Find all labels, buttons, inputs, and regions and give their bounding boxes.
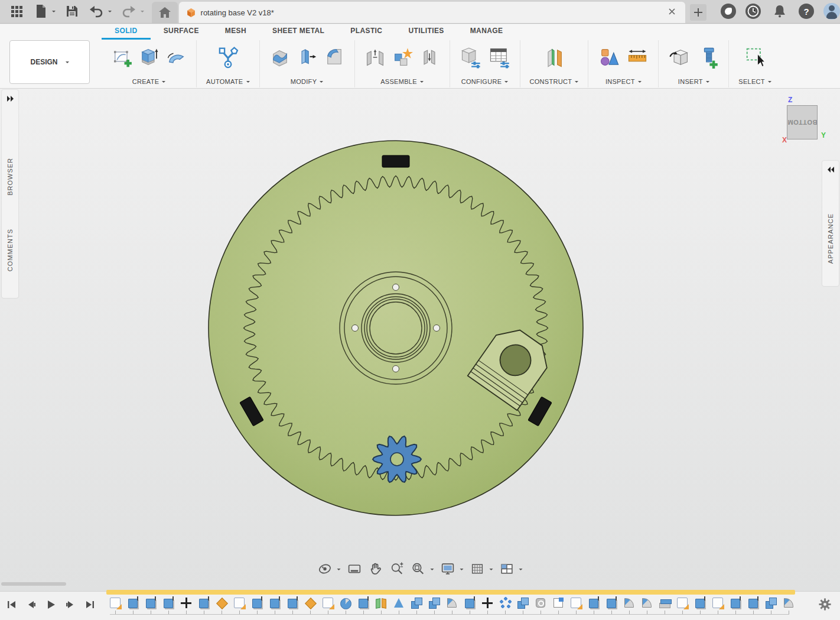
app-grid-button[interactable]	[6, 2, 27, 21]
construct-plane-icon[interactable]	[543, 46, 565, 69]
timeline-options-button[interactable]	[818, 598, 832, 613]
timeline-feature-sketch[interactable]	[569, 596, 583, 614]
timeline-feature-extrude[interactable]	[197, 596, 211, 614]
assemble-new-component-icon[interactable]	[392, 47, 413, 68]
panel-tab-comments[interactable]: COMMENTS	[6, 229, 14, 271]
timeline-feature-sketch[interactable]	[321, 596, 335, 614]
create-extrude-icon[interactable]	[138, 47, 159, 68]
timeline-feature-extrude[interactable]	[356, 596, 370, 614]
close-tab-button[interactable]	[666, 5, 678, 20]
inspect-measure-icon[interactable]	[598, 46, 620, 69]
undo-button[interactable]	[86, 2, 115, 21]
timeline-feature-combine[interactable]	[409, 596, 424, 614]
expand-appearance-button[interactable]	[827, 161, 835, 174]
timeline-feature-sketch[interactable]	[711, 596, 725, 614]
help-button[interactable]	[799, 4, 814, 19]
select-icon[interactable]	[743, 46, 767, 69]
timeline-feature-extrude[interactable]	[126, 596, 140, 614]
insert-dropdown[interactable]: INSERT	[678, 78, 709, 85]
tab-solid[interactable]: SOLID	[102, 24, 151, 40]
profile-avatar[interactable]	[823, 3, 840, 20]
create-sketch-icon[interactable]	[111, 47, 132, 68]
timeline-feature-sketch[interactable]	[232, 596, 246, 614]
insert-fastener-icon[interactable]	[696, 46, 719, 69]
modify-dropdown[interactable]: MODIFY	[291, 78, 324, 85]
timeline-feature-extrude[interactable]	[693, 596, 707, 614]
recent-button[interactable]	[745, 4, 761, 19]
timeline-feature-chamfer[interactable]	[303, 596, 317, 614]
timeline-feature-extrude[interactable]	[250, 596, 264, 614]
new-tab-button[interactable]	[690, 4, 706, 21]
automate-icon[interactable]	[216, 46, 240, 69]
create-revolve-icon[interactable]	[165, 47, 187, 68]
step-forward-button[interactable]	[64, 599, 76, 612]
design-type-selector[interactable]: DESIGN	[9, 40, 90, 84]
timeline-feature-extrude[interactable]	[604, 596, 618, 614]
timeline-feature-fillet[interactable]	[622, 596, 636, 614]
look-at-button[interactable]	[346, 560, 363, 577]
extensions-button[interactable]	[721, 4, 736, 19]
viewport-canvas[interactable]: BROWSER COMMENTS APPEARANCE BOTTOM Z Y X	[0, 89, 840, 591]
inspect-ruler-icon[interactable]	[626, 46, 649, 69]
timeline-feature-sketch[interactable]	[675, 596, 689, 614]
fit-button[interactable]	[410, 560, 435, 577]
notifications-button[interactable]	[770, 2, 789, 21]
timeline-feature-combine[interactable]	[764, 596, 778, 614]
timeline-marker-bar[interactable]	[106, 590, 795, 595]
tab-surface[interactable]: SURFACE	[151, 24, 212, 40]
tab-sheet-metal[interactable]: SHEET METAL	[259, 24, 337, 40]
assemble-joint-origin-icon[interactable]	[419, 47, 440, 68]
assemble-dropdown[interactable]: ASSEMBLE	[380, 78, 424, 85]
configure-configuration-table-icon[interactable]	[488, 46, 510, 69]
expand-browser-button[interactable]	[6, 90, 14, 103]
timeline-feature-revolve[interactable]	[338, 596, 353, 614]
go-to-end-button[interactable]	[84, 599, 96, 612]
timeline-feature-extrude[interactable]	[161, 596, 175, 614]
modify-press-pull-icon[interactable]	[269, 47, 291, 68]
timeline-feature-fillet[interactable]	[782, 596, 796, 614]
tab-mesh[interactable]: MESH	[212, 24, 259, 40]
timeline-feature-extrude[interactable]	[746, 596, 760, 614]
timeline-feature-sketch[interactable]	[108, 596, 122, 614]
timeline-feature-slab[interactable]	[657, 596, 672, 614]
file-menu-button[interactable]	[31, 2, 58, 21]
home-button[interactable]	[152, 2, 178, 23]
grid-display-button[interactable]	[469, 560, 494, 577]
configure-configuration-icon[interactable]	[460, 46, 482, 69]
timeline-feature-extrude[interactable]	[728, 596, 743, 614]
redo-button[interactable]	[118, 2, 147, 21]
timeline-feature-extrude[interactable]	[463, 596, 477, 614]
construct-dropdown[interactable]: CONSTRUCT	[530, 78, 579, 85]
insert-mesh-icon[interactable]	[668, 46, 691, 69]
timeline-feature-cone[interactable]	[392, 596, 406, 614]
document-tab[interactable]: rotating base V2 v18*	[179, 2, 686, 23]
timeline-feature-fillet[interactable]	[445, 596, 459, 614]
timeline-feature-combine[interactable]	[516, 596, 530, 614]
inspect-dropdown[interactable]: INSPECT	[605, 78, 642, 85]
timeline-feature-extrude[interactable]	[285, 596, 299, 614]
select-dropdown[interactable]: SELECT	[738, 78, 771, 85]
tab-utilities[interactable]: UTILITIES	[395, 24, 457, 40]
timeline-feature-extrude[interactable]	[268, 596, 282, 614]
configure-dropdown[interactable]: CONFIGURE	[461, 78, 509, 85]
timeline-feature-plane[interactable]	[551, 596, 565, 614]
view-cube[interactable]: BOTTOM	[787, 105, 818, 139]
step-back-button[interactable]	[25, 599, 37, 612]
save-button[interactable]	[62, 2, 82, 21]
timeline-feature-extrude[interactable]	[587, 596, 601, 614]
timeline-feature-fillet[interactable]	[640, 596, 654, 614]
pan-button[interactable]	[367, 560, 385, 577]
panel-tab-browser[interactable]: BROWSER	[6, 158, 14, 196]
timeline-feature-chamfer[interactable]	[214, 596, 229, 614]
panel-tab-appearance[interactable]: APPEARANCE	[827, 213, 834, 264]
create-dropdown[interactable]: CREATE	[132, 78, 166, 85]
assemble-joint-icon[interactable]	[364, 47, 386, 68]
timeline-feature-mirror[interactable]	[374, 596, 388, 614]
horizontal-scrollbar[interactable]	[1, 582, 66, 586]
mounting-slot[interactable]	[382, 155, 409, 167]
orbit-button[interactable]	[317, 560, 342, 577]
modify-split-icon[interactable]	[297, 47, 318, 68]
timeline-feature-move[interactable]	[480, 596, 494, 614]
timeline-feature-pattern[interactable]	[498, 596, 512, 614]
tab-plastic[interactable]: PLASTIC	[337, 24, 395, 40]
